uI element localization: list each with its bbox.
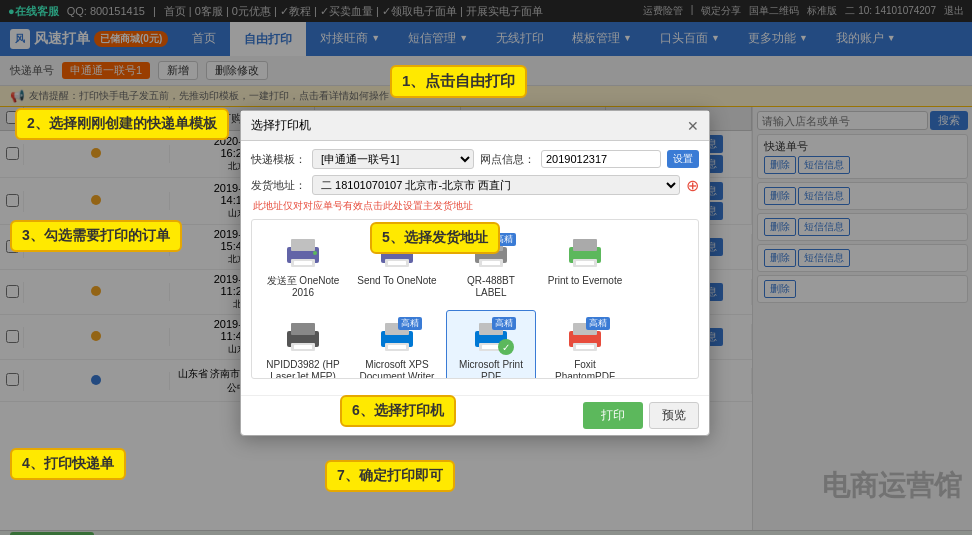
modal-footer: 打印 预览 — [241, 395, 709, 435]
printer-onenote2016-label: 发送至 OneNote2016 — [267, 275, 340, 299]
template-label: 快递模板： — [251, 152, 306, 167]
printer-foxit[interactable]: 高精 FoxitPhantomPDF — [540, 310, 630, 379]
svg-rect-32 — [576, 345, 594, 349]
printer-icon-wrap-pdf: 高精 ✓ — [466, 317, 516, 357]
setting-button[interactable]: 设置 — [667, 150, 699, 168]
modal-body: 快递模板： [申通通一联号1] 网点信息： 设置 发货地址： 二 1810107… — [241, 141, 709, 395]
svg-rect-14 — [573, 239, 597, 251]
modal-title: 选择打印机 — [251, 117, 311, 134]
svg-rect-12 — [482, 261, 500, 265]
sender-label: 发货地址： — [251, 178, 306, 193]
printer-evernote-label: Print to Evernote — [548, 275, 622, 287]
modal-close-button[interactable]: ✕ — [687, 118, 699, 134]
network-input[interactable] — [541, 150, 661, 168]
printer-hp-label: NPIDD3982 (HPLaserJet MFP) — [266, 359, 339, 379]
printer-select-modal: 选择打印机 ✕ 快递模板： [申通通一联号1] 网点信息： 设置 发货地址： 二… — [240, 110, 710, 436]
template-select[interactable]: [申通通一联号1] — [312, 149, 474, 169]
selected-check-icon: ✓ — [498, 339, 514, 355]
modal-header: 选择打印机 ✕ — [241, 111, 709, 141]
svg-rect-24 — [388, 345, 406, 349]
template-row: 快递模板： [申通通一联号1] 网点信息： 设置 — [251, 149, 699, 169]
svg-rect-3 — [294, 261, 312, 265]
svg-rect-1 — [291, 239, 315, 251]
printer-icon-wrap-foxit: 高精 — [560, 317, 610, 357]
printer-evernote[interactable]: Print to Evernote — [540, 226, 630, 306]
svg-point-4 — [313, 251, 317, 255]
printer-qr-label: QR-488BT LABEL — [451, 275, 531, 299]
annotation-5: 5、选择发货地址 — [370, 222, 500, 254]
printer-foxit-label: FoxitPhantomPDF — [555, 359, 615, 379]
annotation-7: 7、确定打印即可 — [325, 460, 455, 492]
printer-icon-wrap-xps: 高精 — [372, 317, 422, 357]
modal-preview-button[interactable]: 预览 — [649, 402, 699, 429]
svg-rect-20 — [294, 345, 312, 349]
modal-warn: 此地址仅对对应单号有效点击此处设置主发货地址 — [251, 199, 699, 213]
svg-rect-8 — [388, 261, 406, 265]
annotation-1: 1、点击自由打印 — [390, 65, 527, 98]
annotation-6: 6、选择打印机 — [340, 395, 456, 427]
printer-onenote-label: Send To OneNote — [357, 275, 436, 287]
network-label: 网点信息： — [480, 152, 535, 167]
svg-rect-16 — [576, 261, 594, 265]
printer-pdf-label: Microsoft PrintPDF — [459, 359, 523, 379]
pdf-badge: 高精 — [492, 317, 516, 330]
sender-row: 发货地址： 二 18101070107 北京市-北京市 西直门 ⊕ — [251, 175, 699, 195]
foxit-badge: 高精 — [586, 317, 610, 330]
printer-icon-wrap-ev — [560, 233, 610, 273]
annotation-4: 4、打印快递单 — [10, 448, 126, 480]
printer-xps[interactable]: 高精 Microsoft XPSDocument Writer — [352, 310, 442, 379]
printer-onenote2016[interactable]: 发送至 OneNote2016 — [258, 226, 348, 306]
printer-xps-label: Microsoft XPSDocument Writer — [360, 359, 435, 379]
printer-hp[interactable]: NPIDD3982 (HPLaserJet MFP) — [258, 310, 348, 379]
svg-rect-18 — [291, 323, 315, 335]
modal-print-button[interactable]: 打印 — [583, 402, 643, 429]
annotation-2: 2、选择刚刚创建的快递单模板 — [15, 108, 229, 140]
sender-expand-icon[interactable]: ⊕ — [686, 176, 699, 195]
printer-svg-hp — [281, 319, 325, 355]
printer-icon-wrap — [278, 233, 328, 273]
annotation-3: 3、勾选需要打印的订单 — [10, 220, 182, 252]
printer-icon-wrap-hp — [278, 317, 328, 357]
printer-svg-onenote2016 — [281, 235, 325, 271]
printer-svg-ev — [563, 235, 607, 271]
xps-badge: 高精 — [398, 317, 422, 330]
sender-select[interactable]: 二 18101070107 北京市-北京市 西直门 — [312, 175, 680, 195]
printer-mspdf[interactable]: 高精 ✓ Microsoft PrintPDF — [446, 310, 536, 379]
